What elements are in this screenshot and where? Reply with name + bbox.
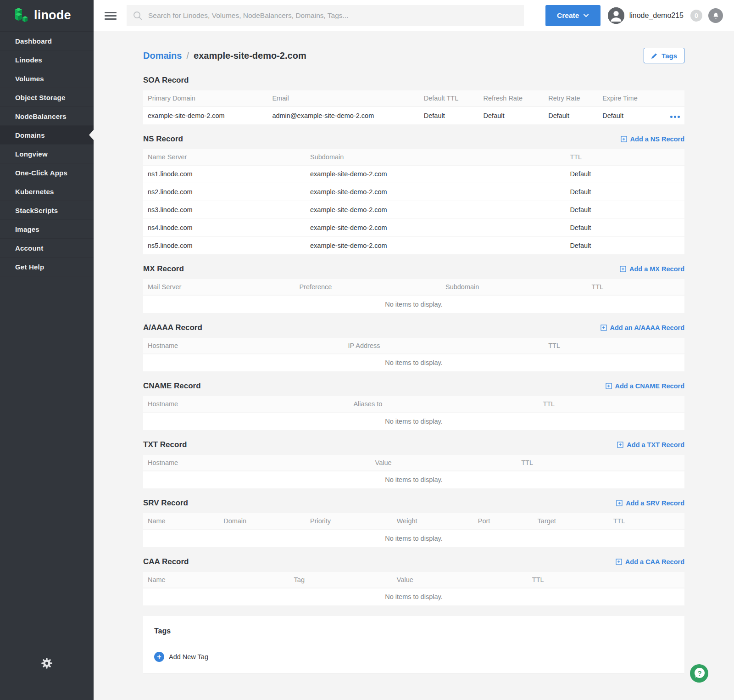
plus-square-icon: [601, 325, 607, 331]
column-header: TTL: [538, 396, 684, 412]
table-cell: Default: [565, 183, 684, 201]
table-cell: ns4.linode.com: [143, 219, 306, 237]
table-row: ns4.linode.comexample-site-demo-2.comDef…: [143, 219, 684, 237]
tags-panel: Tags + Add New Tag: [143, 616, 684, 673]
section-a-aaaa: A/AAAA RecordAdd an A/AAAA RecordHostnam…: [143, 323, 684, 372]
ns-table: Name ServerSubdomainTTLns1.linode.comexa…: [143, 149, 684, 255]
sidebar-item-nodebalancers[interactable]: NodeBalancers: [0, 107, 94, 126]
add-record-label: Add a NS Record: [630, 135, 684, 143]
add-cname-record-link[interactable]: Add a CNAME Record: [606, 382, 684, 390]
column-header: Email: [267, 90, 419, 106]
table-cell: Default: [565, 165, 684, 183]
sidebar-item-stackscripts[interactable]: StackScripts: [0, 201, 94, 220]
table-cell: ns2.linode.com: [143, 183, 306, 201]
chevron-down-icon: [584, 14, 589, 17]
notifications-button[interactable]: [708, 8, 723, 23]
add-ns-record-link[interactable]: Add a NS Record: [621, 135, 684, 143]
table-cell: ns3.linode.com: [143, 201, 306, 219]
sidebar-item-dashboard[interactable]: Dashboard: [0, 32, 94, 50]
sidebar-item-account[interactable]: Account: [0, 239, 94, 258]
sidebar-item-label: Get Help: [15, 263, 44, 271]
sidebar-item-longview[interactable]: Longview: [0, 145, 94, 163]
table-cell: example-site-demo-2.com: [306, 183, 565, 201]
column-header: Name Server: [143, 149, 306, 165]
sidebar-item-label: Account: [15, 244, 43, 252]
table-cell: Default: [479, 106, 544, 124]
table-row: ns2.linode.comexample-site-demo-2.comDef…: [143, 183, 684, 201]
username[interactable]: linode_demo215: [629, 11, 684, 20]
breadcrumb-domains-link[interactable]: Domains: [143, 50, 182, 61]
search-input[interactable]: [148, 11, 517, 20]
row-actions-ellipsis-button[interactable]: [669, 112, 680, 119]
txt-table: HostnameValueTTLNo items to display.: [143, 455, 684, 489]
sidebar-item-label: Longview: [15, 150, 48, 158]
column-header: Domain: [219, 513, 306, 529]
caa-table: NameTagValueTTLNo items to display.: [143, 572, 684, 606]
empty-message: No items to display.: [143, 412, 684, 430]
srv-table: NameDomainPriorityWeightPortTargetTTLNo …: [143, 513, 684, 548]
column-header: Tag: [289, 572, 392, 588]
sidebar-item-get-help[interactable]: Get Help: [0, 258, 94, 276]
add-caa-record-link[interactable]: Add a CAA Record: [616, 558, 684, 566]
empty-message: No items to display.: [143, 588, 684, 606]
notification-count-badge[interactable]: 0: [690, 10, 702, 22]
topbar: Create linode_demo215 0: [94, 0, 734, 31]
svg-text:?: ?: [697, 669, 701, 677]
table-cell: example-site-demo-2.com: [143, 106, 267, 124]
empty-row: No items to display.: [143, 354, 684, 372]
sidebar-item-label: Domains: [15, 131, 45, 139]
sidebar-item-domains[interactable]: Domains: [0, 126, 94, 145]
user-avatar[interactable]: [608, 7, 624, 24]
sidebar-item-label: Volumes: [15, 75, 44, 83]
add-record-label: Add a CNAME Record: [615, 382, 684, 390]
add-record-label: Add a TXT Record: [627, 441, 684, 448]
add-mx-record-link[interactable]: Add a MX Record: [620, 265, 684, 273]
column-header: Port: [473, 513, 533, 529]
section-txt: TXT RecordAdd a TXT RecordHostnameValueT…: [143, 440, 684, 489]
edit-tags-button-label: Tags: [662, 52, 677, 60]
add-txt-record-link[interactable]: Add a TXT Record: [617, 441, 684, 448]
brand-name: linode: [34, 9, 71, 22]
app-logo[interactable]: linode: [0, 0, 94, 31]
sidebar-item-label: Linodes: [15, 56, 42, 64]
section-title-caa: CAA Record: [143, 557, 189, 566]
section-cname: CNAME RecordAdd a CNAME RecordHostnameAl…: [143, 381, 684, 431]
sidebar-item-label: StackScripts: [15, 207, 58, 214]
plus-square-icon: [616, 500, 623, 506]
sidebar-item-linodes[interactable]: Linodes: [0, 50, 94, 69]
table-cell: example-site-demo-2.com: [306, 201, 565, 219]
search-icon: [133, 11, 143, 21]
add-srv-record-link[interactable]: Add a SRV Record: [616, 499, 684, 507]
help-button[interactable]: ?: [690, 664, 708, 683]
sidebar-item-object-storage[interactable]: Object Storage: [0, 88, 94, 107]
create-button[interactable]: Create: [545, 5, 601, 26]
plus-square-icon: [617, 442, 623, 448]
pencil-icon: [651, 52, 658, 59]
sidebar-item-volumes[interactable]: Volumes: [0, 69, 94, 88]
column-header: Value: [371, 455, 517, 471]
column-header: Expire Time: [598, 90, 663, 106]
menu-icon[interactable]: [105, 10, 117, 22]
section-soa: SOA RecordPrimary DomainEmailDefault TTL…: [143, 75, 684, 125]
settings-button[interactable]: [0, 657, 94, 670]
column-header: Hostname: [143, 455, 371, 471]
table-cell: admin@example-site-demo-2.com: [267, 106, 419, 124]
bell-icon: [712, 12, 720, 20]
column-header: Retry Rate: [544, 90, 598, 106]
column-header: Refresh Rate: [479, 90, 544, 106]
add-new-tag-button[interactable]: + Add New Tag: [154, 652, 208, 662]
add-record-label: Add a CAA Record: [625, 558, 684, 566]
edit-tags-button[interactable]: Tags: [644, 48, 684, 63]
sidebar-item-kubernetes[interactable]: Kubernetes: [0, 182, 94, 201]
section-mx: MX RecordAdd a MX RecordMail ServerPrefe…: [143, 264, 684, 314]
sidebar-item-images[interactable]: Images: [0, 220, 94, 239]
empty-message: No items to display.: [143, 529, 684, 547]
column-header: Hostname: [143, 338, 344, 354]
add-a-aaaa-record-link[interactable]: Add an A/AAAA Record: [601, 324, 684, 331]
sidebar-item-one-click-apps[interactable]: One-Click Apps: [0, 163, 94, 182]
column-header: Weight: [392, 513, 473, 529]
empty-message: No items to display.: [143, 295, 684, 313]
a-aaaa-table: HostnameIP AddressTTLNo items to display…: [143, 338, 684, 372]
plus-square-icon: [616, 559, 622, 565]
sidebar-item-label: Object Storage: [15, 94, 66, 101]
